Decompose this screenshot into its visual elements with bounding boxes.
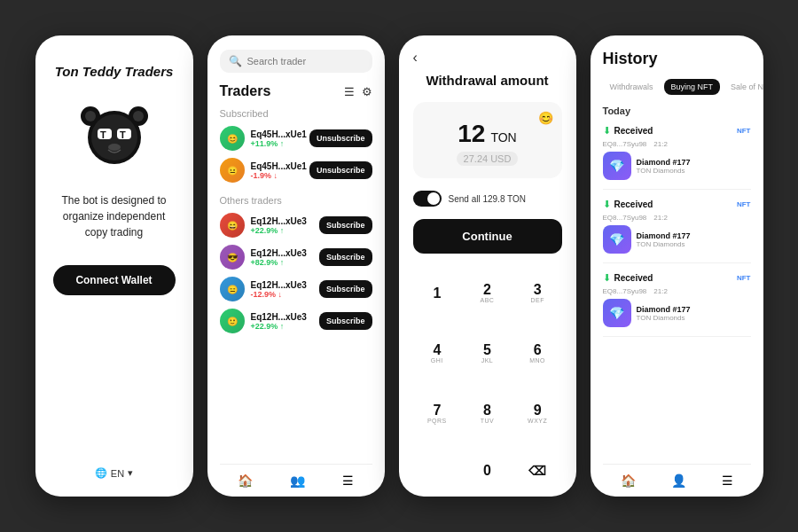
list-icon[interactable]: ☰ — [344, 85, 355, 98]
home-icon[interactable]: 🏠 — [238, 473, 253, 488]
screen-history: History Withdrawals Buying NFT Sale of N… — [591, 35, 763, 497]
history-date: 21:2 — [653, 287, 668, 295]
trader-name: Eq12H...xUe3 — [251, 216, 307, 226]
numpad-key-1[interactable]: 1 — [413, 264, 462, 323]
svg-point-3 — [85, 111, 96, 121]
subscribe-button[interactable]: Subscribe — [319, 248, 372, 266]
received-label: Received — [614, 126, 653, 136]
menu-icon[interactable]: ☰ — [342, 473, 354, 488]
trader-name: Eq12H...xUe3 — [251, 312, 307, 322]
connect-wallet-button[interactable]: Connect Wallet — [53, 265, 176, 295]
received-icon: ⬇ — [603, 125, 611, 137]
received-icon: ⬇ — [603, 199, 611, 210]
header-icons: ☰ ⚙ — [344, 85, 372, 98]
trader-name: Eq12H...xUe3 — [251, 280, 307, 290]
numpad-key-5[interactable]: 5JKL — [463, 325, 512, 383]
lang-label: EN — [111, 468, 124, 479]
people-icon[interactable]: 👥 — [290, 473, 305, 488]
language-selector[interactable]: 🌐 EN ▾ — [95, 467, 133, 479]
nft-thumbnail: 💎 — [603, 299, 631, 327]
numpad-key-9[interactable]: 9WXYZ — [513, 385, 562, 443]
nft-row: 💎 Diamond #177 TON Diamonds — [603, 152, 751, 180]
profile-icon[interactable]: 👤 — [671, 473, 686, 488]
trader-avatar: 😄 — [220, 213, 245, 238]
home-icon[interactable]: 🏠 — [621, 473, 636, 488]
svg-text:T: T — [120, 129, 126, 140]
chevron-down-icon: ▾ — [128, 467, 133, 479]
trader-change: +22.9% ↑ — [251, 226, 307, 235]
received-label: Received — [614, 200, 653, 209]
trader-change: +11.9% ↑ — [251, 139, 307, 148]
title-ton: Ton — [55, 64, 79, 79]
nft-thumbnail: 💎 — [603, 225, 631, 254]
bottom-nav: 🏠 👥 ☰ — [220, 464, 372, 497]
trader-avatar: 😐 — [220, 158, 245, 183]
history-entry: ⬇ Received NFT EQ8...7Syu98 21:2 💎 Diamo… — [603, 272, 751, 337]
history-entry: ⬇ Received NFT EQ8...7Syu98 21:2 💎 Diamo… — [603, 125, 751, 190]
numpad-key-6[interactable]: 6MNO — [513, 325, 562, 383]
nft-row: 💎 Diamond #177 TON Diamonds — [603, 225, 751, 254]
send-all-label: Send all 129.8 TON — [449, 194, 526, 204]
numpad-key-2[interactable]: 2ABC — [463, 264, 512, 323]
subscribed-label: Subscribed — [220, 108, 372, 119]
nft-name: Diamond #177 — [637, 158, 691, 167]
history-tabs: Withdrawals Buying NFT Sale of NFT — [603, 79, 751, 95]
traders-header: Traders ☰ ⚙ — [220, 83, 372, 99]
numpad-key-4[interactable]: 4GHI — [413, 325, 462, 383]
bear-logo: T T — [74, 100, 154, 171]
search-bar[interactable]: 🔍 — [220, 50, 372, 73]
bottom-nav: 🏠 👤 ☰ — [603, 464, 751, 497]
tab-buying-nft[interactable]: Buying NFT — [664, 79, 721, 95]
tagline: The bot is designed to organize independ… — [53, 192, 176, 240]
subscribe-button[interactable]: Subscribe — [319, 280, 372, 298]
trader-name: Eq12H...xUe3 — [251, 248, 307, 258]
nft-badge: NFT — [737, 274, 751, 282]
subscribed-trader-2: 😐 Eq45H...xUe1 -1.9% ↓ Unsubscribe — [220, 158, 372, 183]
unsubscribe-button[interactable]: Unsubscribe — [309, 129, 372, 147]
trader-change: +82.9% ↑ — [251, 258, 307, 267]
send-all-toggle[interactable] — [413, 191, 442, 207]
emoji-button[interactable]: 😊 — [538, 111, 553, 125]
nft-collection: TON Diamonds — [637, 167, 691, 175]
subscribe-button[interactable]: Subscribe — [319, 216, 372, 234]
nft-badge: NFT — [737, 127, 751, 135]
tab-withdrawals[interactable]: Withdrawals — [603, 79, 661, 95]
trader-change: -1.9% ↓ — [251, 171, 307, 180]
screen-traders: 🔍 Traders ☰ ⚙ Subscribed 😊 Eq45H...xUe1 … — [207, 35, 385, 497]
numpad-backspace[interactable]: ⌫ — [513, 444, 562, 497]
app-title: Ton Teddy Traders — [55, 64, 174, 79]
amount-value: 12 — [458, 120, 485, 148]
subscribed-trader-1: 😊 Eq45H...xUe1 +11.9% ↑ Unsubscribe — [220, 126, 372, 151]
screen-landing: Ton Teddy Traders T T The bot i — [35, 35, 193, 497]
trader-avatar: 😊 — [220, 126, 245, 151]
continue-button[interactable]: Continue — [413, 219, 562, 254]
others-label: Others traders — [220, 195, 372, 206]
numpad-key-8[interactable]: 8TUV — [463, 385, 512, 443]
amount-usd: 27.24 USD — [457, 152, 519, 166]
title-teddy: Teddy — [82, 64, 121, 79]
numpad-key-3[interactable]: 3DEF — [513, 264, 562, 323]
menu-icon[interactable]: ☰ — [722, 473, 733, 488]
nft-row: 💎 Diamond #177 TON Diamonds — [603, 299, 751, 327]
nft-collection: TON Diamonds — [637, 240, 691, 248]
filter-icon[interactable]: ⚙ — [362, 85, 372, 98]
numpad-key-7[interactable]: 7PQRS — [413, 385, 462, 443]
trader-change: +22.9% ↑ — [251, 322, 307, 331]
amount-display: 12 TON 27.24 USD 😊 — [413, 102, 562, 178]
history-address: EQ8...7Syu98 — [603, 140, 647, 148]
back-button[interactable]: ‹ — [413, 50, 562, 66]
screen-withdrawal: ‹ Withdrawal amount 12 TON 27.24 USD 😊 S… — [399, 35, 576, 497]
search-icon: 🔍 — [229, 55, 242, 67]
svg-point-10 — [108, 144, 121, 151]
nft-name: Diamond #177 — [637, 305, 691, 314]
svg-point-4 — [133, 111, 144, 121]
nft-name: Diamond #177 — [637, 231, 691, 240]
search-input[interactable] — [247, 56, 364, 66]
subscribe-button[interactable]: Subscribe — [319, 312, 372, 330]
received-label: Received — [614, 273, 653, 283]
unsubscribe-button[interactable]: Unsubscribe — [309, 161, 372, 179]
trader-avatar: 🙂 — [220, 309, 245, 333]
trader-name: Eq45H...xUe1 — [251, 129, 307, 139]
tab-sale-nft[interactable]: Sale of NFT — [724, 79, 763, 95]
numpad-key-0[interactable]: 0 — [463, 444, 512, 497]
